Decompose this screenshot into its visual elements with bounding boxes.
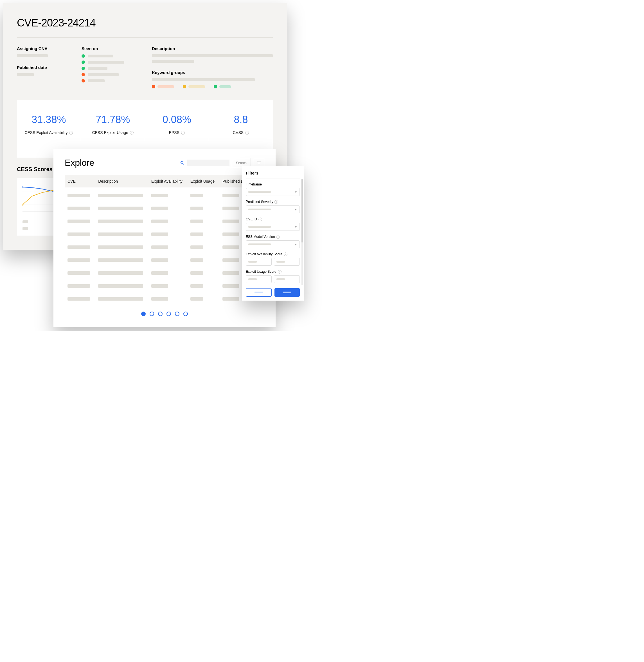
timeframe-select[interactable]: ▼: [246, 188, 300, 196]
placeholder: [68, 284, 90, 288]
column-header-cve[interactable]: CVE: [68, 179, 98, 183]
keyword-swatches: [152, 85, 273, 88]
stat-value: 31.38%: [20, 114, 78, 126]
placeholder: [152, 60, 194, 63]
placeholder: [190, 220, 203, 223]
filters-apply-button[interactable]: [274, 288, 300, 297]
status-dot-icon: [82, 67, 85, 70]
table-row[interactable]: [65, 206, 264, 211]
seen-on-label: Seen on: [82, 46, 138, 51]
swatch-icon: [183, 85, 186, 88]
stat: 8.8CVSSi: [209, 108, 273, 141]
placeholder: [223, 284, 239, 288]
keyword-swatch: [214, 85, 231, 88]
placeholder: [190, 271, 203, 275]
search-input[interactable]: [187, 160, 229, 166]
placeholder: [152, 78, 255, 81]
info-icon[interactable]: i: [258, 218, 262, 221]
exploit-availability-max-input[interactable]: [274, 258, 300, 266]
stat-value: 8.8: [212, 114, 270, 126]
search-icon: [177, 161, 187, 165]
placeholder: [223, 245, 239, 249]
info-icon[interactable]: i: [276, 235, 280, 239]
placeholder: [151, 194, 168, 197]
placeholder: [151, 220, 168, 223]
placeholder: [88, 61, 124, 64]
table-row[interactable]: [65, 193, 264, 198]
placeholder: [68, 220, 90, 223]
stat-label: CVSSi: [233, 130, 249, 135]
info-icon[interactable]: i: [284, 252, 288, 256]
placeholder: [98, 271, 143, 275]
placeholder: [68, 206, 90, 210]
stat: 31.38%CESS Exploit Availabilityi: [17, 108, 81, 141]
placeholder: [151, 271, 168, 275]
table-row[interactable]: [65, 258, 264, 263]
info-icon[interactable]: i: [130, 131, 134, 135]
placeholder: [88, 67, 108, 70]
column-header-exploit-usage[interactable]: Exploit Usage: [190, 179, 223, 183]
cve-id-select[interactable]: ▼: [246, 223, 300, 231]
placeholder: [220, 85, 231, 88]
table-header: CVE Description Exploit Availability Exp…: [65, 175, 264, 187]
placeholder: [98, 297, 143, 301]
pagination-dot[interactable]: [150, 312, 154, 316]
table-row[interactable]: [65, 271, 264, 276]
placeholder: [190, 206, 203, 210]
filter-label-exploit-usage-score: Exploit Usage Scorei: [246, 270, 300, 273]
exploit-availability-min-input[interactable]: [246, 258, 272, 266]
table-row[interactable]: [65, 284, 264, 289]
chevron-down-icon: ▼: [295, 191, 297, 194]
keyword-swatch: [183, 85, 205, 88]
placeholder: [98, 284, 143, 288]
placeholder: [68, 271, 90, 275]
page-title: CVE-2023-24214: [17, 17, 273, 29]
placeholder: [68, 245, 90, 249]
pagination: [65, 312, 264, 316]
pagination-dot[interactable]: [158, 312, 163, 316]
placeholder: [223, 220, 239, 223]
table-row[interactable]: [65, 219, 264, 224]
table-row[interactable]: [65, 232, 264, 237]
pagination-dot[interactable]: [141, 312, 146, 316]
filters-panel: Filters Timeframe ▼ Predicted Severityi …: [242, 166, 304, 301]
placeholder: [151, 245, 168, 249]
placeholder: [68, 194, 90, 197]
filter-label-exploit-availability-score: Exploit Availability Scorei: [246, 252, 300, 256]
ess-model-version-select[interactable]: ▼: [246, 240, 300, 248]
info-icon[interactable]: i: [278, 270, 281, 273]
list-item: [82, 61, 138, 64]
placeholder: [190, 284, 203, 288]
placeholder: [23, 220, 28, 223]
description-lines: [152, 54, 273, 63]
info-icon[interactable]: i: [69, 131, 73, 135]
placeholder: [190, 194, 203, 197]
table-row[interactable]: [65, 297, 264, 302]
placeholder: [23, 227, 28, 230]
cve-meta: Assigning CNA Published date Seen on Des…: [17, 46, 273, 88]
column-header-description[interactable]: Description: [98, 179, 151, 183]
column-header-exploit-availability[interactable]: Exploit Availability: [151, 179, 190, 183]
list-item: [82, 73, 138, 76]
table-row[interactable]: [65, 245, 264, 250]
scrollbar[interactable]: [301, 179, 303, 285]
pagination-dot[interactable]: [166, 312, 171, 316]
explore-title: Explore: [65, 158, 94, 168]
placeholder: [223, 233, 239, 236]
placeholder: [152, 54, 273, 57]
exploit-usage-max-input[interactable]: [274, 275, 300, 283]
placeholder: [188, 85, 205, 88]
info-icon[interactable]: i: [181, 131, 185, 135]
info-icon[interactable]: i: [245, 131, 249, 135]
filters-reset-button[interactable]: [246, 288, 272, 297]
swatch-icon: [214, 85, 217, 88]
search-box: Search: [177, 158, 251, 168]
exploit-usage-min-input[interactable]: [246, 275, 272, 283]
pagination-dot[interactable]: [175, 312, 179, 316]
predicted-severity-select[interactable]: ▼: [246, 205, 300, 213]
placeholder: [98, 245, 143, 249]
info-icon[interactable]: i: [274, 200, 278, 204]
placeholder: [151, 297, 168, 301]
assigning-cna-label: Assigning CNA: [17, 46, 68, 51]
pagination-dot[interactable]: [183, 312, 188, 316]
